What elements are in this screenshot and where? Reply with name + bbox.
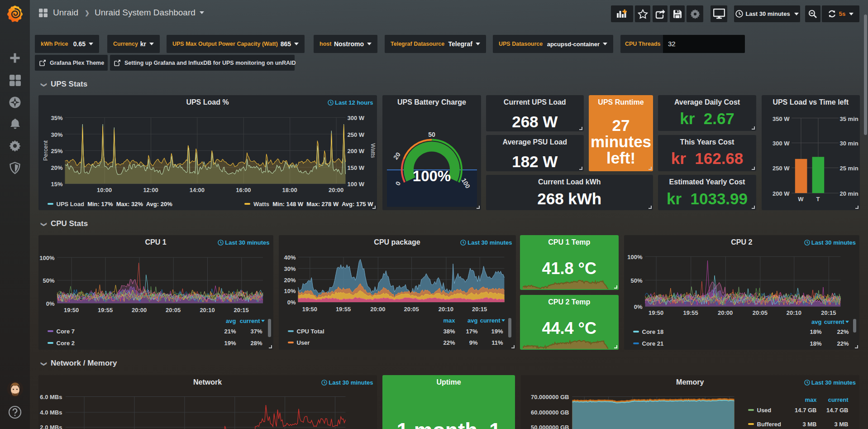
svg-text:100%: 100%: [413, 168, 451, 184]
svg-text:20: 20: [392, 151, 402, 161]
svg-text:50: 50: [428, 131, 435, 138]
